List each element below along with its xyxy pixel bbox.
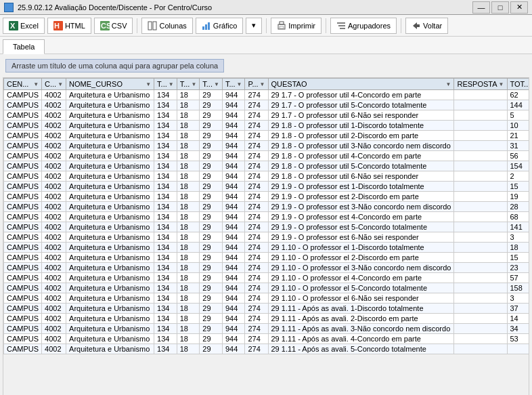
table-cell: 56 <box>507 151 529 161</box>
table-cell: 18 <box>177 171 200 182</box>
table-cell: 29 <box>200 334 223 344</box>
table-cell: 134 <box>154 100 177 110</box>
minimize-button[interactable]: — <box>472 1 490 14</box>
table-row: CAMPUS4002Arquitetura e Urbanismo1341829… <box>4 314 530 324</box>
table-cell <box>454 232 507 243</box>
table-cell: 4002 <box>42 324 66 334</box>
table-cell: 134 <box>154 293 177 304</box>
table-cell: 29 <box>200 232 223 243</box>
table-cell: 29 <box>200 90 223 100</box>
table-cell: 29 1.11 - Após as avali. 5-Concordo tota… <box>268 344 454 354</box>
sort-icon-c: ▼ <box>58 81 63 87</box>
table-cell <box>454 90 507 100</box>
table-cell: 274 <box>245 161 268 171</box>
title-bar: 25.9.02.12 Avaliação Docente/Discente - … <box>0 0 532 15</box>
table-cell: Arquitetura e Urbanismo <box>66 171 154 182</box>
table-row: CAMPUS4002Arquitetura e Urbanismo1341829… <box>4 151 530 161</box>
table-cell: 274 <box>245 202 268 212</box>
chart-dropdown-button[interactable]: ▾ <box>246 18 262 34</box>
col-t1[interactable]: T... ▼ <box>154 79 177 90</box>
table-cell: 134 <box>154 334 177 344</box>
col-tot[interactable]: TOT... ▼ <box>507 79 529 90</box>
html-button[interactable]: H HTML <box>47 18 91 34</box>
table-cell: Arquitetura e Urbanismo <box>66 182 154 192</box>
table-cell: 134 <box>154 273 177 283</box>
table-cell: 29 1.10 - O professor el 4-Concordo em p… <box>268 273 454 283</box>
table-cell: 4002 <box>42 304 66 314</box>
data-table: CEN... ▼ C... ▼ NOME_CURSO ▼ <box>3 78 529 354</box>
back-button[interactable]: Voltar <box>405 18 448 34</box>
table-cell: 134 <box>154 222 177 232</box>
sort-icon-t2: ▼ <box>191 81 196 87</box>
csv-button[interactable]: CSV CSV <box>94 18 133 34</box>
table-cell: 4002 <box>42 293 66 304</box>
table-cell: 274 <box>245 344 268 354</box>
csv-icon: CSV <box>100 21 110 30</box>
table-cell: CAMPUS <box>4 344 42 354</box>
print-button[interactable]: Imprimir <box>271 18 322 34</box>
table-row: CAMPUS4002Arquitetura e Urbanismo1341829… <box>4 334 530 344</box>
table-cell: 4002 <box>42 243 66 253</box>
sort-icon-cen: ▼ <box>33 81 39 87</box>
table-cell: 944 <box>222 110 245 121</box>
separator-1 <box>137 18 137 33</box>
table-row: CAMPUS4002Arquitetura e Urbanismo1341829… <box>4 121 530 131</box>
table-cell <box>454 100 507 110</box>
table-cell: 134 <box>154 192 177 202</box>
svg-rect-10 <box>208 22 210 30</box>
table-cell: 274 <box>245 171 268 182</box>
table-cell: 134 <box>154 283 177 293</box>
chart-button[interactable]: Gráfico <box>196 18 243 34</box>
columns-button[interactable]: Colunas <box>141 18 192 34</box>
col-t3[interactable]: T... ▼ <box>200 79 223 90</box>
col-c[interactable]: C... ▼ <box>42 79 66 90</box>
table-cell <box>454 324 507 334</box>
col-p[interactable]: P... ▼ <box>245 79 268 90</box>
col-questao[interactable]: QUESTAO ▼ <box>268 79 454 90</box>
table-cell: 274 <box>245 141 268 151</box>
table-cell <box>454 212 507 222</box>
table-cell: Arquitetura e Urbanismo <box>66 121 154 131</box>
svg-text:H: H <box>54 22 60 30</box>
table-cell: CAMPUS <box>4 171 42 182</box>
table-cell: 4002 <box>42 263 66 273</box>
table-cell: 23 <box>507 263 529 273</box>
table-cell: 944 <box>222 182 245 192</box>
close-button[interactable]: ✕ <box>510 1 528 14</box>
table-container[interactable]: CEN... ▼ C... ▼ NOME_CURSO ▼ <box>3 77 529 395</box>
table-cell: Arquitetura e Urbanismo <box>66 334 154 344</box>
table-cell: 18 <box>177 283 200 293</box>
table-cell: 18 <box>177 141 200 151</box>
tab-tabela[interactable]: Tabela <box>3 39 45 54</box>
col-t2[interactable]: T... ▼ <box>177 79 200 90</box>
table-cell: 29 <box>200 110 223 121</box>
col-cen[interactable]: CEN... ▼ <box>4 79 42 90</box>
table-cell: 274 <box>245 293 268 304</box>
table-cell: 134 <box>154 171 177 182</box>
table-cell: 134 <box>154 131 177 141</box>
table-row: CAMPUS4002Arquitetura e Urbanismo1341829… <box>4 263 530 273</box>
sort-icon-t4: ▼ <box>237 81 242 87</box>
table-cell: 134 <box>154 121 177 131</box>
groupers-button[interactable]: Agrupadores <box>330 18 397 34</box>
table-cell: 4002 <box>42 314 66 324</box>
table-cell: 944 <box>222 171 245 182</box>
table-cell <box>454 121 507 131</box>
table-cell: 29 1.9 - O professor est 3-Não concordo … <box>268 202 454 212</box>
table-cell: 29 <box>200 131 223 141</box>
col-resposta[interactable]: RESPOSTA ▼ <box>454 79 507 90</box>
table-cell <box>454 273 507 283</box>
col-t4[interactable]: T... ▼ <box>222 79 245 90</box>
col-nome-curso[interactable]: NOME_CURSO ▼ <box>66 79 154 90</box>
table-cell: CAMPUS <box>4 263 42 273</box>
table-cell: Arquitetura e Urbanismo <box>66 131 154 141</box>
table-cell: Arquitetura e Urbanismo <box>66 100 154 110</box>
table-cell: 57 <box>507 273 529 283</box>
table-cell: Arquitetura e Urbanismo <box>66 293 154 304</box>
maximize-button[interactable]: □ <box>491 1 509 14</box>
table-cell: 18 <box>177 182 200 192</box>
table-cell: 29 1.10 - O professor el 3-Não concordo … <box>268 263 454 273</box>
excel-button[interactable]: X Excel <box>3 18 45 34</box>
table-cell <box>454 110 507 121</box>
table-cell: 4002 <box>42 212 66 222</box>
